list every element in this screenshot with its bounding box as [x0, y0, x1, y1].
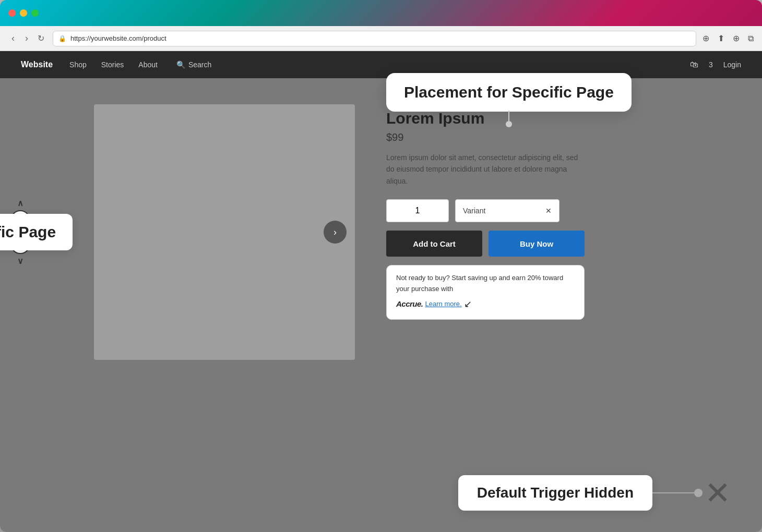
url-text: https://yourwebsite.com/product [70, 34, 166, 42]
product-info-wrapper: Placement for Specific Page Lorem Ipsum … [386, 104, 585, 320]
specific-page-bubble-wrapper: Specific Page [0, 214, 73, 250]
title-bar [0, 0, 762, 26]
nav-links: Shop Stories About 🔍 Search [69, 61, 690, 69]
placement-bubble: Placement for Specific Page [386, 73, 632, 112]
browser-actions: ⊕ ⬆ ⊕ ⧉ [703, 33, 754, 43]
variant-chevron-icon: ✕ [545, 207, 552, 215]
product-buttons: Add to Cart Buy Now [386, 231, 585, 257]
cart-count: 3 [709, 61, 713, 69]
search-label: Search [188, 61, 211, 69]
default-trigger-section: Default Trigger Hidden ✕ [458, 475, 731, 511]
carousel-next-button[interactable]: › [324, 221, 347, 244]
cursor-icon: ↙ [464, 297, 472, 312]
scroll-up-arrow: ∧ [17, 198, 23, 208]
lock-icon: 🔒 [58, 35, 66, 42]
product-image-section: ∧ ∨ Specific Page [94, 104, 355, 360]
maximize-button[interactable] [31, 9, 39, 17]
placement-pointer [506, 111, 512, 127]
variant-selector[interactable]: Variant ✕ [455, 199, 559, 222]
share-button[interactable]: ⊕ [703, 33, 709, 43]
upload-button[interactable]: ⬆ [718, 33, 724, 43]
cast-button[interactable]: ⊕ [733, 33, 740, 43]
product-page: ∧ ∨ Specific Page [94, 104, 668, 360]
close-button[interactable] [8, 9, 16, 17]
refresh-button[interactable]: ↻ [35, 31, 46, 45]
url-bar[interactable]: 🔒 https://yourwebsite.com/product [53, 31, 696, 46]
accrue-learn-more[interactable]: Learn more. [425, 299, 462, 310]
traffic-lights [8, 9, 39, 17]
website-nav: Website Shop Stories About 🔍 Search 🛍 3 … [0, 51, 762, 78]
placement-callout-area: Placement for Specific Page [386, 73, 585, 112]
accrue-widget: Not ready to buy? Start saving up and ea… [386, 265, 585, 319]
main-content: ∧ ∨ Specific Page [0, 78, 762, 532]
accrue-text: Not ready to buy? Start saving up and ea… [396, 273, 575, 295]
default-trigger-bubble: Default Trigger Hidden [458, 475, 652, 511]
accrue-logo: Accrue. [396, 298, 423, 310]
nav-shop[interactable]: Shop [69, 61, 87, 69]
browser-nav-buttons: ‹ › ↻ [8, 31, 46, 46]
back-button[interactable]: ‹ [8, 31, 18, 46]
buy-now-button[interactable]: Buy Now [489, 231, 585, 257]
nav-stories[interactable]: Stories [101, 61, 124, 69]
product-options: 1 Variant ✕ [386, 199, 585, 222]
nav-right: 🛍 3 Login [690, 60, 741, 69]
product-price: $99 [386, 131, 585, 143]
nav-about[interactable]: About [138, 61, 158, 69]
browser-bar: ‹ › ↻ 🔒 https://yourwebsite.com/product … [0, 26, 762, 51]
variant-label: Variant [463, 207, 485, 215]
product-title: Lorem Ipsum [386, 110, 585, 127]
login-link[interactable]: Login [723, 61, 741, 69]
placement-bubble-holder: Placement for Specific Page [386, 73, 632, 112]
placement-dot [506, 121, 512, 127]
window-chrome: ‹ › ↻ 🔒 https://yourwebsite.com/product … [0, 0, 762, 532]
quantity-selector[interactable]: 1 [386, 199, 449, 222]
search-icon: 🔍 [176, 61, 185, 69]
nav-search[interactable]: 🔍 Search [176, 61, 211, 69]
bottom-connector-dot [694, 489, 703, 497]
bottom-connector-line [652, 492, 694, 493]
minimize-button[interactable] [20, 9, 27, 17]
cart-icon[interactable]: 🛍 [690, 60, 698, 69]
product-image: › [94, 104, 355, 360]
scroll-down-arrow: ∨ [17, 256, 23, 266]
specific-page-bubble: Specific Page [0, 214, 73, 250]
forward-button[interactable]: › [22, 31, 31, 46]
product-info: Lorem Ipsum $99 Lorem ipsum dolor sit am… [386, 104, 585, 320]
nav-logo: Website [21, 60, 53, 69]
more-button[interactable]: ⧉ [748, 34, 754, 43]
x-icon: ✕ [705, 475, 731, 511]
placement-line [508, 111, 509, 121]
add-to-cart-button[interactable]: Add to Cart [386, 231, 482, 257]
product-description: Lorem ipsum dolor sit amet, consectetur … [386, 152, 585, 187]
